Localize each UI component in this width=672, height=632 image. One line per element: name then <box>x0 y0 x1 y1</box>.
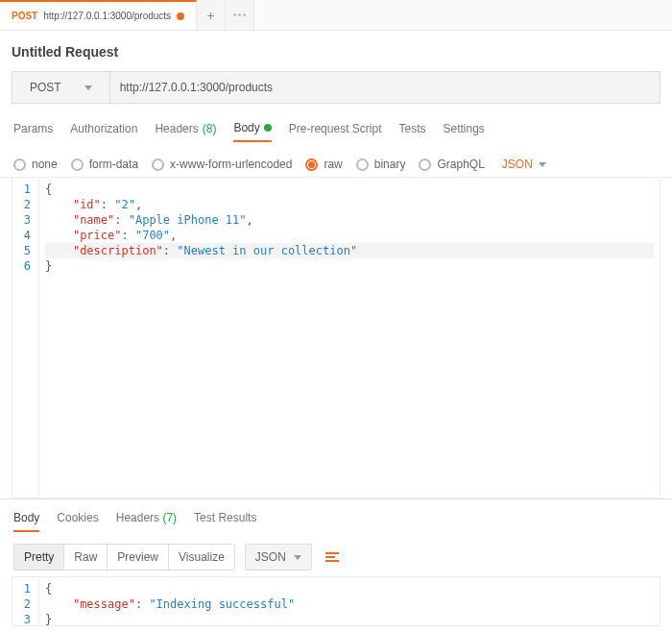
view-preview-button[interactable]: Preview <box>108 545 169 570</box>
view-visualize-button[interactable]: Visualize <box>169 545 234 570</box>
unsaved-dot-icon <box>177 12 184 20</box>
body-changed-dot-icon <box>264 124 272 132</box>
response-tabs: Body Cookies Headers (7) Test Results <box>0 503 672 538</box>
method-select[interactable]: POST <box>12 72 110 103</box>
url-input[interactable] <box>110 72 660 103</box>
radio-binary[interactable]: binary <box>356 158 406 171</box>
tab-overflow-button[interactable] <box>226 0 254 30</box>
response-pane: Body Cookies Headers (7) Test Results Pr… <box>0 498 672 632</box>
view-pretty-button[interactable]: Pretty <box>14 545 64 570</box>
tab-bar: POST http://127.0.0.1:3000/products + <box>0 0 672 31</box>
wrap-lines-icon[interactable] <box>322 548 343 566</box>
url-bar: POST <box>12 71 660 104</box>
new-tab-button[interactable]: + <box>197 0 226 30</box>
tab-params[interactable]: Params <box>13 121 53 142</box>
tab-headers[interactable]: Headers (8) <box>155 121 216 142</box>
tab-method: POST <box>12 11 37 21</box>
tab-body[interactable]: Body <box>233 121 271 142</box>
response-body-editor[interactable]: 123 { "message": "Indexing successful" } <box>12 576 660 626</box>
line-gutter: 123456 <box>12 178 39 498</box>
tab-tests[interactable]: Tests <box>398 121 425 142</box>
body-format-dropdown[interactable]: JSON <box>502 158 546 171</box>
radio-graphql[interactable]: GraphQL <box>419 158 484 171</box>
chevron-down-icon <box>84 85 92 90</box>
resp-tab-test-results[interactable]: Test Results <box>194 511 256 532</box>
code-area[interactable]: { "id": "2", "name": "Apple iPhone 11", … <box>39 178 660 498</box>
response-toolbar: Pretty Raw Preview Visualize JSON <box>0 538 672 576</box>
tab-prerequest[interactable]: Pre-request Script <box>289 121 382 142</box>
resp-headers-count: (7) <box>162 511 177 524</box>
tab-title: http://127.0.0.1:3000/products <box>43 11 171 21</box>
chevron-down-icon <box>294 555 301 560</box>
radio-urlencoded[interactable]: x-www-form-urlencoded <box>152 158 292 171</box>
code-area[interactable]: { "message": "Indexing successful" } <box>39 577 660 625</box>
response-view-group: Pretty Raw Preview Visualize <box>13 544 235 571</box>
tab-settings[interactable]: Settings <box>444 121 485 142</box>
response-format-dropdown[interactable]: JSON <box>245 544 312 571</box>
headers-count: (8) <box>203 122 217 135</box>
request-tabs: Params Authorization Headers (8) Body Pr… <box>0 104 672 150</box>
request-body-editor[interactable]: 123456 { "id": "2", "name": "Apple iPhon… <box>12 178 660 498</box>
request-tab[interactable]: POST http://127.0.0.1:3000/products <box>0 0 197 30</box>
method-label: POST <box>30 81 61 94</box>
tab-authorization[interactable]: Authorization <box>70 121 137 142</box>
line-gutter: 123 <box>12 577 39 625</box>
radio-form-data[interactable]: form-data <box>71 158 138 171</box>
chevron-down-icon <box>539 162 546 167</box>
radio-none[interactable]: none <box>13 158 58 171</box>
resp-tab-body[interactable]: Body <box>13 511 39 532</box>
resp-tab-cookies[interactable]: Cookies <box>57 511 98 532</box>
radio-raw[interactable]: raw <box>305 158 342 171</box>
request-title[interactable]: Untitled Request <box>0 31 672 71</box>
body-type-row: none form-data x-www-form-urlencoded raw… <box>0 150 672 178</box>
view-raw-button[interactable]: Raw <box>64 545 108 570</box>
resp-tab-headers[interactable]: Headers (7) <box>116 511 177 532</box>
